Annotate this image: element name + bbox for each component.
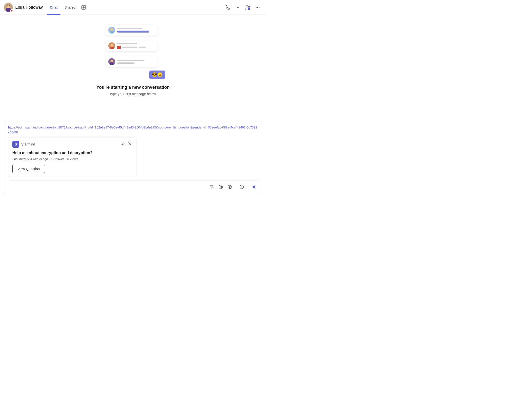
collapse-icon [121,142,125,146]
illus-bubble-3 [106,56,158,67]
plus-icon [240,185,244,189]
svg-point-11 [248,6,250,7]
tab-chat[interactable]: Chat [47,0,60,15]
illus-bubble-2 [106,40,158,51]
message-toolbar [8,180,258,191]
illus-emoji-box: 😎🙂 [149,71,165,79]
user-info: ✕ Lidia Holloway [4,3,43,12]
username-label: Lidia Holloway [15,5,43,10]
svg-point-26 [219,185,223,189]
card-close-button[interactable] [127,141,132,147]
view-question-button[interactable]: View Question [12,165,45,173]
svg-point-15 [257,7,258,8]
card-collapse-button[interactable] [120,141,125,147]
attach-button[interactable] [238,183,246,191]
illus-avatar-1 [108,27,115,34]
card-logo: S [12,141,19,148]
svg-point-21 [111,44,113,47]
svg-text:✕: ✕ [11,10,12,11]
call-button[interactable] [224,3,232,12]
avatar-status-badge: ✕ [10,9,13,12]
tab-bar: Chat Shared [47,0,88,15]
svg-point-10 [246,5,248,7]
plus-icon [81,5,86,10]
toolbar-separator-2 [248,184,248,189]
message-box[interactable]: https://scim.starmind.com/question/1071?… [4,121,262,195]
emoji-button[interactable] [217,183,225,191]
svg-point-30 [229,186,230,188]
more-options-button[interactable] [253,3,262,12]
illus-lines-1 [117,28,149,33]
svg-point-3 [7,5,10,8]
illus-bubble-1 [106,25,158,36]
svg-point-16 [259,7,260,8]
illus-lines-3 [117,60,144,64]
svg-point-14 [256,7,257,8]
chevron-down-icon [236,6,240,9]
send-icon [251,184,256,189]
new-conversation-illustration: 😎🙂 [101,25,165,79]
close-icon [128,142,132,146]
toolbar-separator [236,184,236,189]
card-header: S Starmind [12,141,132,148]
header-actions: + [224,3,262,12]
people-button[interactable]: + [243,3,252,12]
format-icon [210,185,214,189]
card-meta: Last activity 3 weeks ago - 1 Answer - 4… [12,157,132,161]
main-content: 😎🙂 You're starting a new conversation Ty… [0,15,266,199]
conversation-area: 😎🙂 You're starting a new conversation Ty… [0,15,266,121]
more-icon [255,5,260,10]
new-conversation-title: You're starting a new conversation [96,85,170,90]
card-title: Help me about encryption and decryption? [12,151,132,155]
svg-text:+: + [248,8,249,10]
card-brand-name: Starmind [21,142,35,146]
svg-point-28 [221,186,222,187]
illus-avatar-3 [108,58,115,65]
header: ✕ Lidia Holloway Chat Shared [0,0,266,15]
emoji-icon [219,185,223,189]
link-url[interactable]: https://scim.starmind.com/question/1071?… [8,126,257,134]
svg-point-24 [111,60,113,63]
add-tab-button[interactable] [79,0,88,15]
link-preview: https://scim.starmind.com/question/1071?… [8,125,258,177]
svg-point-18 [111,28,113,31]
svg-point-27 [220,186,221,187]
svg-point-4 [8,6,8,7]
input-area: https://scim.starmind.com/question/1071?… [0,121,266,199]
illus-avatar-2 [108,42,115,49]
loop-button[interactable] [226,183,234,191]
link-card: S Starmind [8,137,136,177]
people-icon: + [245,5,250,10]
svg-point-5 [9,6,9,7]
loop-icon [228,185,232,189]
send-button[interactable] [250,183,258,191]
call-dropdown-button[interactable] [233,3,242,12]
card-brand: S Starmind [12,141,35,148]
tab-shared[interactable]: Shared [61,0,78,15]
new-conversation-subtitle: Type your first message below. [109,92,157,96]
format-button[interactable] [208,183,216,191]
call-icon [226,5,230,10]
avatar[interactable]: ✕ [4,3,13,12]
card-header-actions [120,141,132,147]
